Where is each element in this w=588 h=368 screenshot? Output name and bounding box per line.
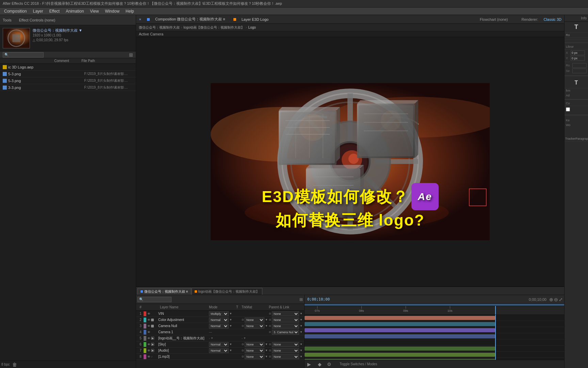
toggle-switches-modes[interactable]: Toggle Switches / Modes bbox=[340, 362, 377, 366]
layer-row-4[interactable]: 4 👁 Camera 1 — ⊙ 3. Camera bbox=[136, 329, 304, 335]
track-row-2 bbox=[305, 321, 564, 327]
layer-trkmat-select-3[interactable]: None bbox=[245, 324, 264, 328]
composition-tab-label[interactable]: Composition 微信公众号：视频制作大叔 ≡ bbox=[155, 17, 225, 22]
project-icon-0 bbox=[3, 65, 7, 69]
layer-options-btn[interactable]: ⊞ bbox=[299, 297, 303, 302]
layer-search-input[interactable] bbox=[137, 297, 172, 302]
layer-eye-8[interactable]: 👁 bbox=[147, 355, 150, 358]
comp-x-btn[interactable]: ✕ bbox=[139, 18, 142, 21]
layer-trkmat-select-2[interactable]: None bbox=[245, 318, 264, 322]
paragraph-label[interactable]: Paragrap bbox=[575, 137, 588, 140]
y-input[interactable] bbox=[571, 56, 585, 61]
menu-composition[interactable]: Composition bbox=[1, 8, 30, 14]
layer-parent-select-1[interactable]: None bbox=[272, 311, 299, 316]
layer-mode-select-1[interactable]: MultiplyNormal bbox=[209, 311, 229, 316]
trash-icon[interactable]: 🗑 bbox=[12, 362, 17, 367]
project-item-1[interactable]: 5-3.png F:\2019_8片头制作\素材影… bbox=[0, 71, 136, 77]
menu-effect[interactable]: Effect bbox=[47, 8, 62, 14]
layer-row-3[interactable]: 3 👁 Camera Null Normal ▼ bbox=[136, 323, 304, 329]
menu-view[interactable]: View bbox=[87, 8, 102, 14]
layer-mode-select-2[interactable]: NormalMultiply bbox=[209, 318, 229, 322]
main-layout: Tools Effect Controls (none) bbox=[0, 15, 588, 368]
add-keyframe-btn[interactable]: ◆ bbox=[318, 362, 322, 367]
text-tool-btn-2[interactable]: T bbox=[565, 77, 588, 88]
project-list-icon[interactable]: ⊞ bbox=[129, 52, 133, 58]
layer-trkmat-select-7[interactable]: None bbox=[245, 348, 264, 353]
expand-icon[interactable]: ⤢ bbox=[559, 297, 563, 302]
spiral-icon-8p: ⊙ bbox=[269, 355, 271, 358]
x-input[interactable] bbox=[571, 50, 585, 55]
ro-input[interactable] bbox=[572, 63, 587, 68]
layer-eye-3[interactable]: 👁 bbox=[147, 324, 150, 328]
layer-mode-select-7[interactable]: Normal bbox=[209, 348, 229, 353]
layer-eye-5[interactable]: 👁 bbox=[147, 337, 150, 340]
timeline-play-btn[interactable]: ▶ bbox=[307, 362, 311, 367]
project-name-2: 5-3.png bbox=[8, 79, 57, 83]
layer-row-5[interactable]: 5 👁 ▶ [logo动画__号：视频制作大叔] - ▼ bbox=[136, 335, 304, 341]
timeline-ruler[interactable]: 07s 08s 09s 10s bbox=[305, 306, 564, 315]
project-item-2[interactable]: 5-3.png F:\2019_8片头制作\素材影… bbox=[0, 77, 136, 84]
lh-name: Layer Name bbox=[160, 305, 209, 309]
breadcrumb-1[interactable]: logo动画【微信公众号：视频制作大叔】 bbox=[183, 25, 244, 30]
overlay-line2: 如何替换三维 logo? bbox=[211, 210, 490, 230]
zoom-out-icon[interactable]: ⊖ bbox=[554, 297, 558, 302]
layer-eye-7[interactable]: 👁 bbox=[147, 349, 150, 352]
se-input[interactable] bbox=[572, 68, 587, 73]
composition-view[interactable]: E3D模板如何修改？ Ae 如何替换三维 logo? bbox=[136, 37, 564, 286]
layer-parent-select-7[interactable]: None bbox=[272, 348, 299, 353]
project-search-input[interactable] bbox=[3, 52, 44, 58]
layer-parent-select-8[interactable]: None bbox=[272, 354, 299, 359]
timeline-tab-0[interactable]: 微信公众号：视频制作大叔 ≡ bbox=[137, 288, 191, 295]
comp-time: △ 0;00;10;00, 29.97 fps bbox=[33, 38, 82, 43]
menu-window[interactable]: Window bbox=[102, 8, 122, 14]
layer-row-6[interactable]: 6 👁 ▶ [Sky] Normal ▼ ⊙ bbox=[136, 341, 304, 348]
layer-row-8[interactable]: 8 👁 ♪ [1.mp3] ⊙ None ▼ bbox=[136, 354, 304, 360]
menu-layer[interactable]: Layer bbox=[30, 8, 46, 14]
project-search: ⊞ bbox=[0, 51, 136, 58]
renderer-value[interactable]: Classic 3D bbox=[543, 17, 561, 21]
layer-mode-select-3[interactable]: Normal bbox=[209, 324, 229, 328]
checkbox-area bbox=[565, 106, 588, 113]
layer-color-5 bbox=[144, 336, 146, 341]
text-T-icon: T bbox=[574, 24, 578, 31]
menu-help[interactable]: Help bbox=[123, 8, 137, 14]
project-item-3[interactable]: 3-3.png F:\2019_8片头制作\素材影… bbox=[0, 84, 136, 91]
bpc-value: 8 bpc bbox=[1, 363, 10, 366]
lh-t: T bbox=[236, 305, 242, 309]
layer-parent-select-3[interactable]: None bbox=[272, 324, 299, 328]
layer-eye-6[interactable]: 👁 bbox=[147, 343, 150, 346]
comp-name[interactable]: 微信公众号：视频制作大叔 ▼ bbox=[33, 28, 82, 33]
overlay-line1: E3D模板如何修改？ Ae bbox=[211, 183, 490, 210]
layer-eye-1[interactable]: 👁 bbox=[147, 312, 150, 316]
layer-trkmat-select-8[interactable]: None bbox=[245, 354, 264, 359]
work-area-bar bbox=[305, 304, 564, 306]
layer-parent-select-4[interactable]: 3. Camera NullNone bbox=[272, 330, 299, 335]
layer-mode-select-6[interactable]: Normal bbox=[209, 342, 229, 347]
layer-trkmat-select-6[interactable]: None bbox=[245, 342, 264, 347]
text-tool-btn[interactable]: T bbox=[565, 22, 588, 33]
layer-tab-label[interactable]: Layer E3D Logo bbox=[242, 17, 269, 21]
track-bar-1 bbox=[305, 316, 495, 320]
project-name-3: 3-3.png bbox=[8, 86, 57, 90]
layer-parent-select-2[interactable]: None bbox=[272, 318, 299, 322]
breadcrumb-2[interactable]: Logo bbox=[248, 26, 256, 29]
active-camera-label: Active Camera bbox=[136, 31, 564, 37]
option-checkbox[interactable] bbox=[566, 107, 570, 111]
layer-color-7 bbox=[144, 348, 146, 353]
project-item-0[interactable]: ic 3D Logo.aep bbox=[0, 64, 136, 71]
layer-eye-4[interactable]: 👁 bbox=[147, 331, 150, 334]
layer-eye-2[interactable]: 👁 bbox=[147, 318, 150, 322]
timeline-settings-btn[interactable]: ⚙ bbox=[327, 362, 331, 367]
timeline-tab-1[interactable]: logo动画【微信公众号：视频制作大叔】 bbox=[192, 288, 262, 295]
layer-row-7[interactable]: 7 👁 ▶ [Audio] Normal ▼ ⊙ bbox=[136, 348, 304, 354]
menu-animation[interactable]: Animation bbox=[63, 8, 86, 14]
wo-label: Wo bbox=[565, 123, 588, 127]
tracker-label[interactable]: Tracker bbox=[565, 137, 575, 140]
layer-row-2[interactable]: 2 👁 Color Adjustment NormalMultiply ▼ bbox=[136, 317, 304, 323]
layer-parent-select-6[interactable]: None bbox=[272, 342, 299, 347]
zoom-in-icon[interactable]: ⊕ bbox=[549, 297, 553, 302]
preview-thumbnail bbox=[3, 28, 30, 48]
spiral-icon-8: ⊙ bbox=[242, 355, 244, 358]
layer-row-1[interactable]: 1 👁 VIN MultiplyNormal ▼ bbox=[136, 311, 304, 317]
breadcrumb-0[interactable]: 微信公众号：视频制作大叔 bbox=[139, 25, 180, 30]
